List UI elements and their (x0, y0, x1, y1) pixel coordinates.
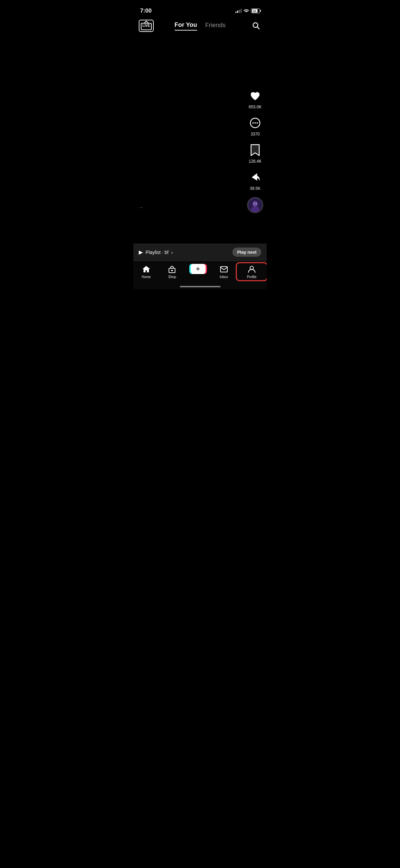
share-icon (248, 170, 263, 185)
tab-inbox[interactable]: Inbox (211, 265, 237, 279)
creator-avatar[interactable] (247, 197, 263, 213)
svg-point-13 (256, 203, 257, 204)
comment-button[interactable]: 3370 (248, 115, 263, 137)
live-button[interactable]: LIVE (139, 20, 154, 32)
svg-point-6 (252, 122, 254, 124)
playlist-text: Playlist · bf (146, 250, 169, 255)
status-bar: 7:00 81 (133, 0, 267, 17)
tab-home-label: Home (142, 275, 151, 279)
home-icon (141, 265, 151, 274)
playlist-play-icon: ▶ (139, 249, 143, 255)
inbox-icon (219, 265, 229, 274)
comment-icon (248, 115, 263, 130)
shop-icon (167, 265, 177, 274)
svg-point-8 (256, 122, 258, 124)
tab-create[interactable]: + (185, 263, 211, 275)
tab-inbox-label: Inbox (220, 275, 228, 279)
share-button[interactable]: 39.5K (248, 170, 263, 191)
like-button[interactable]: 653.0K (248, 88, 263, 109)
tab-profile[interactable]: Profile (237, 263, 267, 280)
subtitle-text: · – (138, 205, 142, 210)
tab-profile-label: Profile (247, 275, 256, 279)
signal-icon (235, 9, 242, 13)
tab-shop[interactable]: Shop (159, 265, 185, 279)
right-actions: 653.0K 3370 (247, 88, 263, 213)
bookmark-count: 128.4K (249, 159, 262, 164)
profile-icon (247, 265, 256, 274)
tab-friends[interactable]: Friends (205, 22, 226, 30)
live-label: LIVE (142, 24, 150, 28)
svg-point-7 (254, 122, 256, 124)
battery-icon: 81 (251, 8, 260, 13)
bookmark-button[interactable]: 128.4K (248, 143, 263, 164)
playlist-bar: ▶ Playlist · bf › Play next (133, 243, 267, 261)
tab-home[interactable]: Home (133, 265, 159, 279)
bookmark-icon (248, 143, 263, 158)
comment-count: 3370 (251, 132, 260, 137)
tab-for-you[interactable]: For You (174, 21, 197, 31)
status-icons: 81 (235, 8, 260, 14)
share-count: 39.5K (250, 186, 260, 191)
like-count: 653.0K (249, 105, 262, 109)
top-nav: LIVE For You Friends (133, 17, 267, 35)
home-indicator (180, 286, 221, 287)
heart-icon (248, 88, 263, 103)
video-content: 653.0K 3370 (133, 34, 267, 261)
create-plus-icon: + (191, 264, 206, 274)
wifi-icon (244, 8, 249, 14)
playlist-chevron-icon: › (171, 250, 173, 255)
search-button[interactable] (250, 20, 261, 32)
bottom-tab-bar: Home Shop + (133, 261, 267, 289)
svg-point-12 (253, 203, 255, 204)
playlist-info[interactable]: ▶ Playlist · bf › (139, 249, 173, 255)
svg-line-4 (258, 27, 260, 29)
nav-tabs: For You Friends (174, 21, 225, 31)
status-time: 7:00 (140, 7, 152, 14)
play-next-button[interactable]: Play next (232, 248, 261, 257)
tab-shop-label: Shop (168, 275, 176, 279)
